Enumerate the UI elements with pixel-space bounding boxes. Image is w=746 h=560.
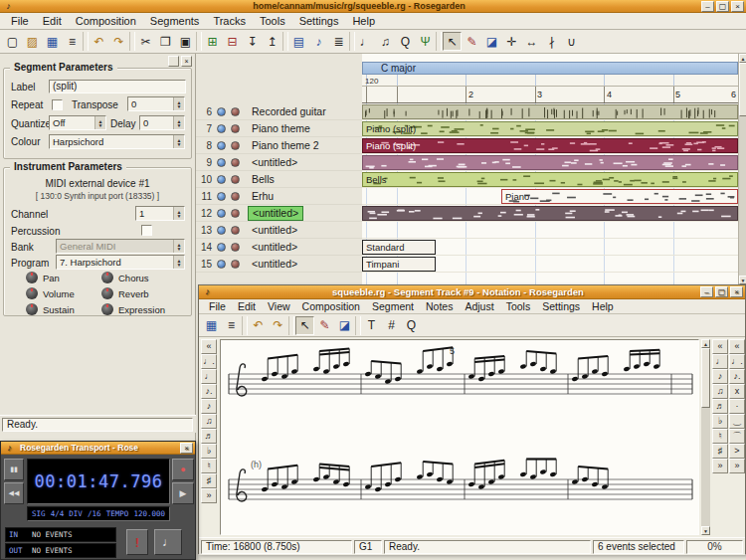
bank-combo[interactable]: General MIDI ▲▼ [56,239,185,254]
guitar-chord-tool-button[interactable]: # [382,316,401,335]
notation-canvas[interactable]: 5 (h) [220,339,699,535]
segment-untitled-9[interactable] [362,155,738,170]
natural-button[interactable]: ♮ [712,429,728,444]
notation-editor-button[interactable]: ♪ [309,32,328,51]
menu-item[interactable]: Settings [292,14,346,28]
draw-tool-button[interactable]: ✎ [463,32,481,51]
colour-combo[interactable]: Harpsichord ▲▼ [49,134,185,149]
menu-item[interactable]: Adjust [459,300,499,312]
menu-item[interactable]: Tracks [206,14,253,28]
beamed-sixteenth-button[interactable]: ♬ [712,399,728,414]
segment-recorded-guitar[interactable] [362,104,738,119]
spinner-arrows[interactable]: ▲▼ [173,207,184,220]
separator[interactable] [349,32,355,51]
segment-bells[interactable]: Bells [362,172,738,187]
quantize-button[interactable]: Q [402,316,421,335]
natural-button[interactable]: ♮ [201,459,217,473]
add-track-button[interactable]: ⊞ [203,32,222,51]
eighth-note-button[interactable]: ♪ [201,399,217,414]
beamed-eighth-button[interactable]: ♫ [201,414,217,429]
transport-titlebar[interactable]: ♪ Rosegarden Transport - Rose × [1,442,195,455]
record-led[interactable] [231,107,240,116]
track-name[interactable]: Piano theme 2 [248,139,323,152]
repeat-checkbox[interactable] [52,99,63,110]
save-file-button[interactable]: ▦ [43,32,62,51]
record-led[interactable] [231,209,240,218]
dotted-eighth-note-button[interactable]: ♪. [201,384,217,399]
menu-item[interactable]: Help [345,14,382,28]
print-button[interactable]: ≡ [222,316,241,335]
mute-led[interactable] [217,158,226,167]
resize-tool-button[interactable]: ↔ [522,32,541,51]
spinner-arrows[interactable]: ▲▼ [173,116,184,129]
erase-tool-button[interactable]: ◪ [335,316,354,335]
record-led[interactable] [231,226,240,235]
quantize-button[interactable]: Q [396,32,415,51]
segment-label-field[interactable]: (split) [49,80,186,93]
track-name[interactable]: Piano theme [248,122,314,135]
<untitled>[interactable]: 14 <untitled> [196,239,362,256]
rotary-knob[interactable] [101,272,113,283]
paste-button[interactable]: ▣ [176,32,195,51]
draw-tool-button[interactable]: ✎ [315,316,334,335]
mute-led[interactable] [217,260,226,269]
save-file-button[interactable]: ▦ [202,316,221,335]
delete-track-button[interactable]: ⊟ [223,32,242,51]
menu-item[interactable]: View [262,300,296,312]
bar-ruler[interactable]: 23456 [362,87,738,103]
sharp-button[interactable]: ♯ [712,444,728,459]
quarter-note-button[interactable]: ♩ [356,32,375,51]
close-button[interactable]: × [730,286,743,297]
undo-button[interactable]: ↶ [90,32,108,51]
separator[interactable] [355,316,361,335]
move-track-up-button[interactable]: ↥ [263,32,281,51]
rotary-knob[interactable] [26,303,38,315]
menu-item[interactable]: Composition [296,300,366,312]
chevron-left-button[interactable]: « [712,339,728,354]
main-titlebar[interactable]: ♪ home/cannam/music/rg/squeeble.rg - Ros… [0,0,746,13]
beamed-sixteenth-button[interactable]: ♬ [201,429,217,444]
mute-led[interactable] [217,226,226,235]
Erhu[interactable]: 11 Erhu [196,188,362,205]
record-led[interactable] [231,260,240,269]
segment-untitled-12[interactable] [362,206,738,221]
menu-item[interactable]: Segments [143,14,207,28]
dot-button[interactable]: · [729,399,745,414]
spinner-arrows[interactable]: ▲▼ [173,97,184,110]
menu-item[interactable]: Edit [232,300,262,312]
beamed-eighth-button[interactable]: ♫ [712,384,728,399]
scroll-down-arrow[interactable]: ▼ [739,276,746,284]
redo-button[interactable]: ↷ [269,316,287,335]
redo-button[interactable]: ↷ [109,32,128,51]
close-button[interactable]: × [180,443,193,454]
tempo-ruler[interactable]: 120 [362,75,738,87]
segment-standard[interactable]: Standard [362,240,436,255]
percussion-checkbox[interactable] [141,225,152,236]
channel-spinner[interactable]: 1 ▲▼ [135,206,185,221]
quantize-combo[interactable]: Off ▲▼ [49,115,106,130]
menu-item[interactable]: Tools [500,300,537,312]
print-button[interactable]: ≡ [63,32,82,51]
move-track-down-button[interactable]: ↧ [243,32,262,51]
<untitled>[interactable]: 15 <untitled> [196,256,362,273]
text-tool-button[interactable]: T [362,316,381,335]
maximize-button[interactable]: ▢ [716,1,729,12]
record-led[interactable] [231,243,240,252]
separator[interactable] [288,316,294,335]
move-tool-button[interactable]: ✛ [502,32,521,51]
menu-item[interactable]: Composition [69,14,143,28]
track-name[interactable]: <untitled> [248,156,301,169]
undo-button[interactable]: ↶ [249,316,268,335]
spinner-arrows[interactable]: ▲▼ [173,135,184,148]
scrollbar-thumb[interactable] [701,348,710,408]
play-button[interactable]: ▶ [172,482,194,504]
scroll-down-arrow[interactable]: ▼ [701,526,710,535]
track-name[interactable]: <untitled> [248,224,301,237]
close-button[interactable]: × [731,1,744,12]
separator[interactable] [83,32,89,51]
matrix-editor-button[interactable]: ▤ [289,32,308,51]
Piano theme[interactable]: 7 Piano theme [196,120,362,137]
menu-item[interactable]: Notes [420,300,459,312]
sharp-button[interactable]: ♯ [201,473,217,488]
scroll-up-arrow[interactable]: ▲ [739,54,746,63]
